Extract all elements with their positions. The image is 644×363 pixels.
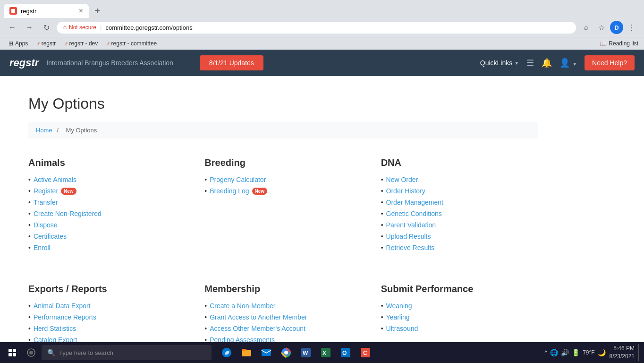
ultrasound-link[interactable]: Ultrasound xyxy=(386,325,418,332)
list-item: Retrieve Results xyxy=(381,244,538,251)
updates-button[interactable]: 8/1/21 Updates xyxy=(200,55,263,70)
forward-button[interactable]: → xyxy=(23,21,36,34)
top-navbar: regstr International Brangus Breeders As… xyxy=(0,50,644,76)
grant-access-link[interactable]: Grant Access to Another Member xyxy=(210,313,307,321)
taskbar-app-chrome[interactable] xyxy=(277,343,296,362)
performance-reports-link[interactable]: Performance Reports xyxy=(34,313,96,321)
submit-performance-list: Weaning Yearling Ultrasound xyxy=(381,302,538,332)
taskbar-clock[interactable]: 5:46 PM 8/23/2021 xyxy=(610,345,635,361)
bookmark-icon[interactable]: ☆ xyxy=(595,21,608,34)
order-history-link[interactable]: Order History xyxy=(386,187,425,195)
list-item: Order Management xyxy=(381,199,538,206)
svg-point-1 xyxy=(29,351,33,354)
url-text: committee.goregstr.com/options xyxy=(105,24,192,31)
order-management-link[interactable]: Order Management xyxy=(386,199,443,206)
herd-statistics-link[interactable]: Herd Statistics xyxy=(34,325,76,332)
active-animals-link[interactable]: Active Animals xyxy=(34,176,76,183)
breeding-log-link[interactable]: Breeding Log xyxy=(210,187,249,195)
chrome-icon xyxy=(280,347,292,358)
edge-icon xyxy=(221,347,232,358)
bookmark-apps[interactable]: ⊞ Apps xyxy=(6,39,31,48)
taskbar-app-excel[interactable]: X xyxy=(316,343,335,362)
user-account-icon[interactable]: 👤 ▼ xyxy=(559,58,577,68)
svg-text:X: X xyxy=(322,350,326,356)
list-item: Progeny Calculator xyxy=(204,176,362,183)
list-item: Order History xyxy=(381,187,538,195)
svg-rect-3 xyxy=(242,350,251,356)
create-non-member-link[interactable]: Create a Non-Member xyxy=(210,302,275,310)
hamburger-menu-icon[interactable]: ☰ xyxy=(526,58,534,68)
list-item: Performance Reports xyxy=(28,313,186,321)
breeding-log-new-badge: New xyxy=(252,188,268,195)
svg-rect-4 xyxy=(242,349,246,351)
progeny-calculator-link[interactable]: Progeny Calculator xyxy=(210,176,266,183)
membership-title: Membership xyxy=(204,284,362,294)
taskbar-app-edge[interactable] xyxy=(217,343,236,362)
reload-button[interactable]: ↻ xyxy=(40,21,53,34)
list-item: Herd Statistics xyxy=(28,325,186,332)
animal-data-export-link[interactable]: Animal Data Export xyxy=(34,302,91,310)
dispose-link[interactable]: Dispose xyxy=(34,221,58,229)
taskbar-app-mail[interactable] xyxy=(257,343,276,362)
back-button[interactable]: ← xyxy=(6,21,19,34)
new-tab-button[interactable]: + xyxy=(91,4,104,17)
network-icon: 🌐 xyxy=(550,349,558,356)
need-help-button[interactable]: Need Help? xyxy=(585,55,635,70)
brand-logo[interactable]: regstr xyxy=(9,57,39,69)
regstr-dev-favicon: r xyxy=(65,41,67,46)
tab-close-button[interactable]: × xyxy=(79,7,83,15)
bell-notification-icon[interactable]: 🔔 xyxy=(542,58,552,68)
enroll-link[interactable]: Enroll xyxy=(34,244,51,251)
taskbar-apps: W X O C xyxy=(217,343,375,362)
svg-point-7 xyxy=(284,351,288,354)
cortana-button[interactable] xyxy=(23,344,40,361)
show-desktop-button[interactable] xyxy=(638,344,640,361)
address-field[interactable]: ⚠ Not secure | committee.goregstr.com/op… xyxy=(57,22,576,34)
taskbar-app-outlook[interactable]: O xyxy=(336,343,355,362)
list-item: Ultrasound xyxy=(381,325,538,332)
taskbar-app-custom[interactable]: C xyxy=(356,343,375,362)
word-icon: W xyxy=(300,347,312,358)
bookmark-regstr-dev[interactable]: r regstr - dev xyxy=(62,39,101,48)
list-item: Certificates xyxy=(28,233,186,240)
taskbar-app-explorer[interactable] xyxy=(237,343,256,362)
taskbar-app-word[interactable]: W xyxy=(297,343,315,362)
active-tab[interactable]: regstr × xyxy=(4,4,89,18)
start-button[interactable] xyxy=(4,344,21,361)
taskbar: 🔍 Type here to search xyxy=(0,342,644,363)
show-hidden-icons[interactable]: ^ xyxy=(544,349,547,356)
quicklinks-button[interactable]: QuickLinks ▼ xyxy=(480,59,519,67)
menu-icon[interactable]: ⋮ xyxy=(625,21,638,34)
transfer-link[interactable]: Transfer xyxy=(34,199,58,206)
regstr-favicon: r xyxy=(37,41,39,46)
bookmark-regstr[interactable]: r regstr xyxy=(34,39,59,48)
access-other-account-link[interactable]: Access Other Member's Account xyxy=(210,325,305,332)
reading-list-button[interactable]: 📖 Reading list xyxy=(600,40,638,47)
new-order-link[interactable]: New Order xyxy=(386,176,418,183)
breadcrumb-home-link[interactable]: Home xyxy=(36,127,52,134)
tab-title: regstr xyxy=(21,8,36,15)
bookmark-regstr-committee[interactable]: r regstr - committee xyxy=(104,39,160,48)
genetic-conditions-link[interactable]: Genetic Conditions xyxy=(386,210,442,217)
profile-avatar[interactable]: D xyxy=(610,21,623,34)
certificates-link[interactable]: Certificates xyxy=(34,233,67,240)
list-item: Breeding Log New xyxy=(204,187,362,195)
list-item: Animal Data Export xyxy=(28,302,186,310)
create-non-registered-link[interactable]: Create Non-Registered xyxy=(34,210,102,217)
parent-validation-link[interactable]: Parent Validation xyxy=(386,221,436,229)
search-toolbar-icon[interactable]: ⌕ xyxy=(580,21,593,34)
yearling-link[interactable]: Yearling xyxy=(386,313,410,321)
volume-icon[interactable]: 🔊 xyxy=(561,349,569,356)
weaning-link[interactable]: Weaning xyxy=(386,302,412,310)
list-item: Access Other Member's Account xyxy=(204,325,362,332)
retrieve-results-link[interactable]: Retrieve Results xyxy=(386,244,435,251)
animals-section: Animals Active Animals Register New Tran… xyxy=(28,157,186,255)
excel-icon: X xyxy=(320,347,331,358)
file-explorer-icon xyxy=(241,347,252,358)
upload-results-link[interactable]: Upload Results xyxy=(386,233,431,240)
taskbar-search-bar[interactable]: 🔍 Type here to search xyxy=(42,345,212,360)
quicklinks-chevron-icon: ▼ xyxy=(514,60,519,66)
dna-title: DNA xyxy=(381,157,538,168)
weather-icon: 🌙 xyxy=(598,349,606,356)
register-link[interactable]: Register xyxy=(34,187,58,195)
